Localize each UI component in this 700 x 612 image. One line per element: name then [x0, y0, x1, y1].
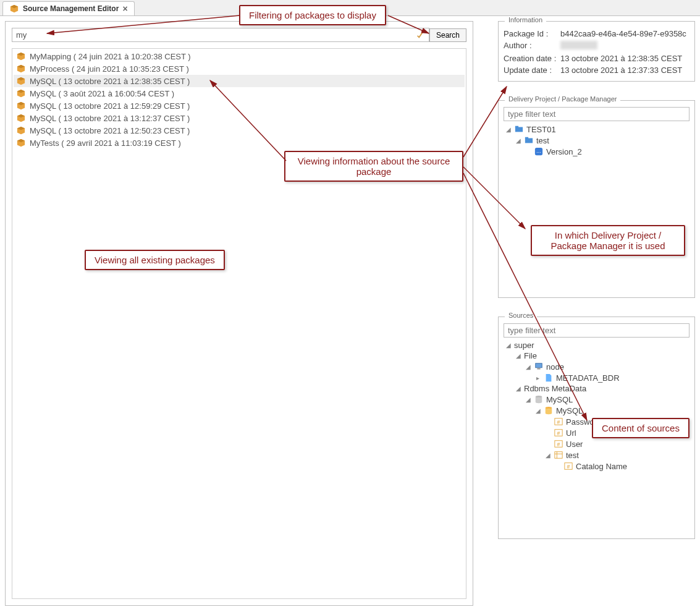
- left-panel: Search MyMapping ( 24 juin 2021 à 10:20:…: [5, 21, 473, 606]
- box-icon: [16, 88, 26, 98]
- property-icon: #: [554, 428, 563, 438]
- package-id-value: b442caa9-e46a-4e54-89e7-e9358c: [560, 29, 686, 38]
- property-icon: #: [554, 417, 563, 427]
- svg-rect-0: [515, 127, 523, 132]
- update-value: 13 octobre 2021 à 12:37:33 CEST: [560, 66, 682, 75]
- filter-input[interactable]: [12, 28, 429, 42]
- information-legend: Information: [505, 16, 546, 23]
- package-row[interactable]: MySQL ( 3 août 2021 à 16:00:54 CEST ): [14, 87, 465, 100]
- package-row[interactable]: MySQL ( 13 octobre 2021 à 12:38:35 CEST …: [14, 75, 465, 87]
- label: Author :: [504, 41, 560, 51]
- version-icon: ⋯: [534, 147, 544, 156]
- svg-rect-2: [525, 138, 533, 143]
- package-label: MySQL ( 13 octobre 2021 à 12:59:29 CEST …: [30, 101, 190, 111]
- delivery-panel: Delivery Project / Package Manager ◢TEST…: [498, 100, 695, 298]
- tab-source-management-editor[interactable]: Source Management Editor ×: [2, 1, 135, 15]
- box-icon: [16, 101, 26, 111]
- author-value: [560, 41, 597, 51]
- package-row[interactable]: MyTests ( 29 avril 2021 à 11:03:19 CEST …: [14, 137, 465, 149]
- callout-filter: Filtering of packages to display: [239, 5, 386, 25]
- callout-viewing: Viewing all existing packages: [85, 250, 225, 270]
- tree-item[interactable]: #Catalog Name: [504, 461, 689, 472]
- svg-text:#: #: [567, 464, 570, 470]
- box-icon: [16, 64, 26, 74]
- database-icon: [534, 394, 544, 404]
- box-icon: [9, 4, 19, 14]
- database-icon: [544, 406, 554, 415]
- box-icon: [16, 51, 26, 61]
- folder-icon: [524, 135, 534, 145]
- tree-item-version2[interactable]: ⋯Version_2: [504, 146, 689, 157]
- tree-item-test01[interactable]: ◢TEST01: [504, 124, 689, 135]
- callout-sources: Content of sources: [592, 418, 689, 438]
- package-label: MySQL ( 13 octobre 2021 à 12:38:35 CEST …: [30, 77, 190, 86]
- tree-item[interactable]: ◢super: [504, 340, 689, 351]
- package-label: MySQL ( 13 octobre 2021 à 13:12:37 CEST …: [30, 114, 190, 123]
- tree-item[interactable]: ◢test: [504, 449, 689, 461]
- package-row[interactable]: MySQL ( 13 octobre 2021 à 12:50:23 CEST …: [14, 124, 465, 137]
- property-icon: #: [554, 439, 563, 449]
- svg-text:#: #: [557, 430, 560, 436]
- tree-item[interactable]: #User: [504, 438, 689, 449]
- box-icon: [16, 76, 26, 86]
- tree-item[interactable]: ◢Rdbms MetaData: [504, 383, 689, 394]
- clear-filter-icon[interactable]: [416, 30, 426, 40]
- tree-item[interactable]: ◢MySQL: [504, 394, 689, 405]
- creation-value: 13 octobre 2021 à 12:38:35 CEST: [560, 54, 682, 63]
- svg-rect-3: [525, 137, 528, 139]
- svg-rect-1: [515, 126, 518, 128]
- delivery-legend: Delivery Project / Package Manager: [505, 95, 620, 103]
- tree-item[interactable]: ▸METADATA_BDR: [504, 372, 689, 383]
- package-list: MyMapping ( 24 juin 2021 à 10:20:38 CEST…: [12, 48, 466, 599]
- computer-icon: [534, 362, 544, 372]
- close-icon[interactable]: ×: [122, 4, 127, 13]
- svg-point-8: [536, 396, 542, 398]
- folder-icon: [514, 124, 524, 134]
- box-icon: [16, 113, 26, 123]
- tree-item[interactable]: ◢MySQL: [504, 405, 689, 416]
- callout-info: Viewing information about the source pac…: [284, 151, 463, 182]
- box-icon: [16, 138, 26, 148]
- tree-item[interactable]: ◢File: [504, 351, 689, 361]
- property-icon: #: [563, 461, 573, 471]
- sources-filter-input[interactable]: [504, 323, 689, 338]
- package-label: MySQL ( 3 août 2021 à 16:00:54 CEST ): [30, 89, 174, 98]
- search-button[interactable]: Search: [429, 28, 466, 42]
- package-label: MyMapping ( 24 juin 2021 à 10:20:38 CEST…: [30, 52, 191, 61]
- information-panel: Information Package Id :b442caa9-e46a-4e…: [498, 21, 695, 82]
- package-row[interactable]: MySQL ( 13 octobre 2021 à 12:59:29 CEST …: [14, 100, 465, 112]
- tree-item[interactable]: ◢node: [504, 361, 689, 372]
- label: Package Id :: [504, 29, 560, 38]
- tab-title: Source Management Editor: [23, 4, 119, 13]
- package-row[interactable]: MySQL ( 13 octobre 2021 à 13:12:37 CEST …: [14, 112, 465, 124]
- svg-text:⋯: ⋯: [536, 150, 541, 155]
- table-icon: [554, 450, 563, 460]
- label: Update date :: [504, 66, 560, 75]
- svg-text:#: #: [557, 441, 560, 448]
- svg-text:#: #: [557, 419, 560, 425]
- file-icon: [544, 373, 554, 383]
- package-label: MyTests ( 29 avril 2021 à 11:03:19 CEST …: [30, 138, 181, 148]
- delivery-filter-input[interactable]: [504, 107, 689, 121]
- box-icon: [16, 125, 26, 135]
- package-row[interactable]: MyMapping ( 24 juin 2021 à 10:20:38 CEST…: [14, 50, 465, 62]
- package-row[interactable]: MyProcess ( 24 juin 2021 à 10:35:23 CEST…: [14, 62, 465, 75]
- tree-item-test[interactable]: ◢test: [504, 135, 689, 146]
- package-label: MyProcess ( 24 juin 2021 à 10:35:23 CEST…: [30, 64, 189, 74]
- sources-legend: Sources: [505, 312, 537, 319]
- package-label: MySQL ( 13 octobre 2021 à 12:50:23 CEST …: [30, 126, 190, 135]
- svg-point-9: [546, 407, 552, 409]
- callout-delivery: In which Delivery Project / Package Mana…: [531, 225, 685, 256]
- svg-rect-7: [537, 368, 540, 370]
- svg-rect-6: [536, 363, 542, 368]
- label: Creation date :: [504, 54, 560, 63]
- svg-rect-16: [555, 452, 562, 459]
